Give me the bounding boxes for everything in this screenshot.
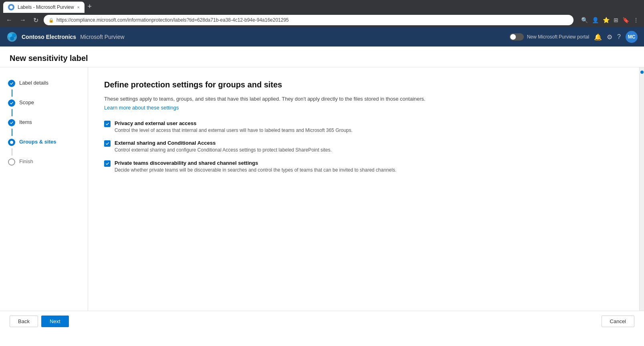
- page-title-bar: New sensitivity label: [0, 47, 644, 67]
- app-header: Contoso Electronics Microsoft Purview Ne…: [0, 27, 644, 47]
- connector-2: [12, 109, 12, 116]
- checkbox-private-teams[interactable]: [104, 160, 111, 167]
- address-bar-row: ← → ↻ 🔒 https://compliance.microsoft.com…: [0, 13, 644, 27]
- toggle-label: New Microsoft Purview portal: [527, 34, 589, 40]
- checkbox-row-private-teams: Private teams discoverability and shared…: [104, 160, 623, 174]
- checkbox-external-sharing[interactable]: [104, 140, 111, 147]
- more-btn[interactable]: ⋮: [632, 16, 640, 24]
- step-circle-items: [8, 119, 15, 126]
- cancel-button[interactable]: Cancel: [602, 316, 634, 327]
- checkbox-desc-private-teams: Decide whether private teams will be dis…: [115, 167, 396, 174]
- content-title: Define protection settings for groups an…: [104, 80, 623, 89]
- sidebar-indicator: [640, 71, 644, 74]
- right-sidebar: [639, 67, 644, 311]
- checkbox-content-private-teams: Private teams discoverability and shared…: [115, 160, 396, 174]
- url-text: https://compliance.microsoft.com/informa…: [56, 17, 289, 23]
- back-button[interactable]: Back: [10, 316, 38, 327]
- address-bar[interactable]: 🔒 https://compliance.microsoft.com/infor…: [44, 15, 574, 25]
- step-groups-sites[interactable]: Groups & sites: [0, 136, 88, 148]
- app-name: Contoso Electronics: [22, 34, 76, 40]
- checkbox-label-external-sharing: External sharing and Conditional Access: [115, 140, 332, 146]
- step-circle-scope: [8, 99, 15, 107]
- new-tab-button[interactable]: +: [85, 2, 95, 11]
- checkbox-desc-external-sharing: Control external sharing and configure C…: [115, 147, 332, 154]
- step-circle-groups-sites: [8, 139, 15, 146]
- content-area: Define protection settings for groups an…: [88, 67, 639, 311]
- back-button[interactable]: ←: [4, 16, 14, 24]
- step-circle-label-details: [8, 80, 15, 87]
- stepper-sidebar: Label details Scope Items: [0, 67, 88, 311]
- profile-btn[interactable]: 👤: [591, 16, 600, 24]
- search-browser-btn[interactable]: 🔍: [580, 16, 589, 24]
- step-label-text-items: Items: [19, 119, 32, 125]
- learn-more-link[interactable]: Learn more about these settings: [104, 105, 179, 111]
- checkbox-wrapper-private-teams[interactable]: [104, 160, 111, 167]
- checkbox-row-privacy: Privacy and external user access Control…: [104, 120, 623, 134]
- checkbox-wrapper-privacy[interactable]: [104, 121, 111, 127]
- split-btn[interactable]: ⊞: [612, 16, 620, 24]
- step-label-text-finish: Finish: [19, 158, 33, 164]
- browser-actions: 🔍 👤 ⭐ ⊞ 🔖 ⋮: [580, 16, 640, 24]
- checkbox-desc-privacy: Control the level of access that interna…: [115, 127, 352, 134]
- step-items[interactable]: Items: [0, 116, 88, 129]
- step-label-text-label-details: Label details: [19, 79, 48, 86]
- notification-btn[interactable]: 🔔: [594, 33, 602, 41]
- connector-4: [12, 148, 12, 156]
- active-tab[interactable]: Labels - Microsoft Purview ×: [3, 2, 85, 13]
- toggle-switch[interactable]: [509, 33, 524, 40]
- main-content: Label details Scope Items: [0, 67, 644, 311]
- step-label-text-groups-sites: Groups & sites: [19, 138, 56, 145]
- header-icons: 🔔 ⚙ ? MC: [594, 31, 638, 43]
- connector-1: [12, 89, 12, 97]
- step-circle-finish: [8, 158, 15, 166]
- next-button[interactable]: Next: [41, 316, 69, 327]
- settings-section: Privacy and external user access Control…: [104, 120, 623, 174]
- nav-label: Microsoft Purview: [80, 34, 124, 40]
- help-btn[interactable]: ?: [617, 33, 621, 40]
- svg-point-0: [10, 6, 13, 9]
- step-finish[interactable]: Finish: [0, 156, 88, 168]
- svg-point-4: [10, 36, 14, 40]
- step-label-text-scope: Scope: [19, 99, 34, 105]
- settings-btn[interactable]: ⚙: [607, 33, 612, 41]
- reload-button[interactable]: ↻: [31, 16, 40, 25]
- step-scope[interactable]: Scope: [0, 97, 88, 109]
- checkbox-label-privacy: Privacy and external user access: [115, 120, 352, 126]
- checkbox-wrapper-external-sharing[interactable]: [104, 140, 111, 147]
- footer-bar: Back Next Cancel: [0, 311, 644, 332]
- forward-button[interactable]: →: [18, 16, 28, 24]
- portal-toggle[interactable]: New Microsoft Purview portal: [509, 33, 589, 40]
- favorites-btn[interactable]: ⭐: [602, 16, 611, 24]
- tab-title: Labels - Microsoft Purview: [18, 4, 74, 10]
- content-description: These settings apply to teams, groups, a…: [104, 95, 623, 103]
- page-title: New sensitivity label: [10, 54, 634, 63]
- extensions-btn[interactable]: 🔖: [621, 16, 630, 24]
- checkbox-content-privacy: Privacy and external user access Control…: [115, 120, 352, 134]
- step-label-details[interactable]: Label details: [0, 77, 88, 89]
- checkbox-content-external-sharing: External sharing and Conditional Access …: [115, 140, 332, 154]
- checkbox-privacy[interactable]: [104, 121, 111, 127]
- app-logo-icon: [6, 31, 18, 42]
- avatar[interactable]: MC: [626, 31, 638, 43]
- connector-3: [12, 129, 12, 136]
- checkbox-label-private-teams: Private teams discoverability and shared…: [115, 160, 396, 166]
- tab-bar: Labels - Microsoft Purview × +: [0, 0, 644, 13]
- checkbox-row-external-sharing: External sharing and Conditional Access …: [104, 140, 623, 154]
- tab-close-button[interactable]: ×: [77, 5, 80, 10]
- page-container: New sensitivity label Label details Scop…: [0, 47, 644, 332]
- tab-favicon: [8, 4, 14, 10]
- lock-icon: 🔒: [48, 18, 54, 23]
